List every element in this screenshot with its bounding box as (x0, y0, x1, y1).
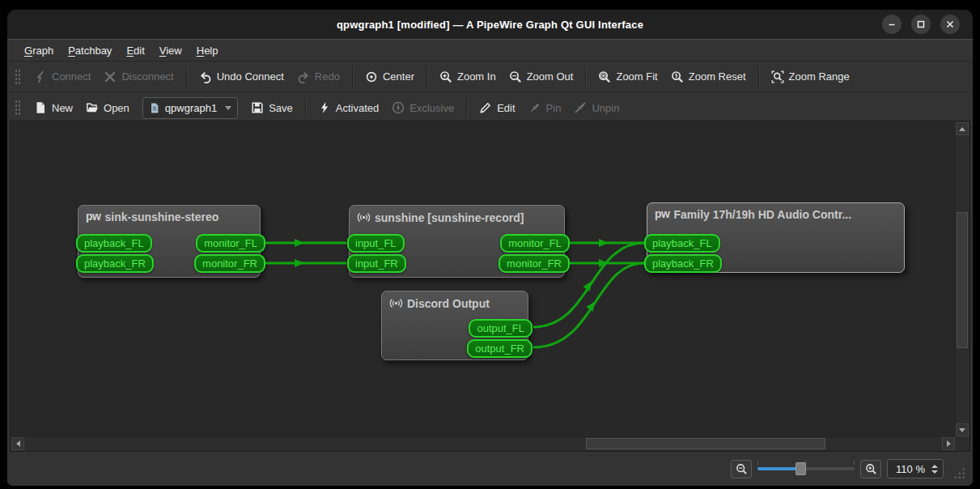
zoom-fit-icon (598, 70, 611, 83)
horizontal-scrollbar-thumb[interactable] (586, 438, 825, 449)
wire-arrowhead (295, 259, 304, 267)
menu-patchbay[interactable]: Patchbay (61, 42, 119, 59)
toolbar-separator (466, 97, 467, 118)
desktop: { "window": { "title": "qpwgraph1 [modif… (0, 0, 980, 489)
zoom-slider-fill (757, 467, 800, 470)
zoom-range-button[interactable]: Zoom Range (765, 67, 856, 87)
pin-button[interactable]: Pin (522, 98, 568, 117)
toolbar-separator (305, 97, 306, 118)
unpin-button[interactable]: Unpin (567, 98, 626, 117)
zoom-out-icon (509, 70, 522, 83)
close-icon (944, 18, 957, 31)
redo-button[interactable]: Redo (291, 67, 346, 87)
toolbar-drag-handle[interactable] (15, 99, 20, 117)
close-button[interactable] (940, 15, 960, 34)
spin-up-icon (931, 465, 938, 468)
resize-grip[interactable] (954, 468, 965, 479)
zoom-reset-button[interactable]: Zoom Reset (664, 67, 753, 87)
zoom-in-icon (439, 70, 452, 83)
undo-connect-button[interactable]: Undo Connect (193, 67, 291, 87)
statusbar-zoom-out-button[interactable] (731, 460, 752, 478)
patchbay-file-icon (149, 102, 160, 114)
menu-graph[interactable]: Graph (17, 42, 61, 59)
zoom-in-button[interactable]: Zoom In (433, 67, 503, 87)
statusbar-zoom-in-button[interactable] (860, 460, 881, 478)
open-folder-icon (86, 101, 99, 114)
exclusive-toggle[interactable]: Exclusive (385, 98, 460, 117)
pin-icon (528, 101, 541, 114)
spin-down-icon (931, 470, 938, 474)
new-file-icon (34, 101, 47, 114)
slider-tick (757, 461, 758, 465)
patchbay-file-select[interactable]: qpwgraph1 (142, 97, 238, 119)
vertical-scrollbar[interactable] (955, 122, 969, 436)
minimize-button[interactable] (882, 15, 902, 34)
disconnect-button[interactable]: Disconnect (97, 67, 180, 87)
qpwgraph-window: qpwgraph1 [modified] — A PipeWire Graph … (7, 10, 973, 486)
zoom-reset-icon (671, 70, 684, 83)
connection-wires (11, 122, 955, 436)
titlebar[interactable]: qpwgraph1 [modified] — A PipeWire Graph … (7, 10, 973, 39)
edit-pencil-icon (479, 101, 492, 114)
spinbox-arrows[interactable] (930, 465, 943, 474)
scroll-up-button[interactable] (956, 122, 969, 135)
zoom-fit-button[interactable]: Zoom Fit (592, 67, 664, 87)
graph-toolbar: Connect Disconnect Undo Connect Redo Cen… (7, 61, 973, 91)
wire-output-fr-to-playback-fr[interactable] (533, 263, 644, 347)
horizontal-scrollbar[interactable] (11, 436, 955, 450)
patchbay-file-name: qpwgraph1 (165, 102, 217, 114)
new-button[interactable]: New (28, 98, 79, 117)
activated-toggle[interactable]: Activated (312, 98, 385, 117)
zoom-spinbox[interactable]: 110 % (887, 459, 944, 478)
center-button[interactable]: Center (358, 67, 421, 87)
zoom-slider-handle[interactable] (795, 462, 806, 475)
zoom-value: 110 % (888, 463, 930, 475)
window-title: qpwgraph1 [modified] — A PipeWire Graph … (337, 19, 643, 31)
maximize-button[interactable] (911, 15, 931, 34)
scroll-down-button[interactable] (956, 423, 969, 436)
redo-icon (297, 70, 310, 83)
edit-button[interactable]: Edit (473, 98, 521, 117)
wire-arrowhead (599, 239, 609, 247)
activated-bolt-icon (318, 101, 331, 114)
scroll-right-button[interactable] (942, 437, 955, 450)
vertical-scrollbar-thumb[interactable] (957, 212, 968, 348)
scroll-left-button[interactable] (11, 437, 24, 450)
scroll-right-icon (947, 440, 951, 447)
unpin-icon (574, 101, 587, 114)
minimize-icon (885, 18, 898, 31)
exclusive-bolt-icon (392, 101, 405, 114)
toolbar-separator (186, 66, 187, 87)
graph-canvas-frame: pw sink-sunshine-stereo playback_FL play… (10, 121, 970, 452)
menu-view[interactable]: View (152, 42, 189, 59)
connect-button[interactable]: Connect (28, 67, 97, 87)
toolbar-separator (758, 66, 759, 87)
zoom-slider[interactable] (757, 461, 855, 477)
save-button[interactable]: Save (244, 98, 299, 117)
wire-arrowhead (295, 239, 304, 247)
patchbay-toolbar: New Open qpwgraph1 Save Activated Exclus… (7, 91, 973, 123)
connect-icon (34, 70, 47, 83)
menubar: Graph Patchbay Edit View Help (7, 39, 973, 61)
toolbar-separator (585, 66, 586, 87)
chevron-down-icon (225, 106, 231, 110)
zoom-out-button[interactable]: Zoom Out (503, 67, 580, 87)
toolbar-separator (426, 66, 427, 87)
undo-icon (199, 70, 212, 83)
menu-help[interactable]: Help (189, 42, 226, 59)
toolbar-drag-handle[interactable] (15, 68, 20, 86)
disconnect-icon (104, 70, 117, 83)
menu-edit[interactable]: Edit (119, 42, 151, 59)
window-controls (882, 15, 960, 34)
center-icon (365, 70, 378, 83)
save-icon (251, 101, 264, 114)
scroll-left-icon (16, 440, 20, 447)
open-button[interactable]: Open (79, 98, 136, 117)
zoom-range-icon (771, 70, 784, 83)
scrollbar-corner (955, 436, 969, 450)
maximize-icon (914, 18, 927, 31)
zoom-in-icon (865, 463, 877, 475)
statusbar: 110 % (7, 452, 973, 486)
scroll-up-icon (959, 127, 965, 131)
graph-canvas[interactable]: pw sink-sunshine-stereo playback_FL play… (11, 122, 955, 436)
